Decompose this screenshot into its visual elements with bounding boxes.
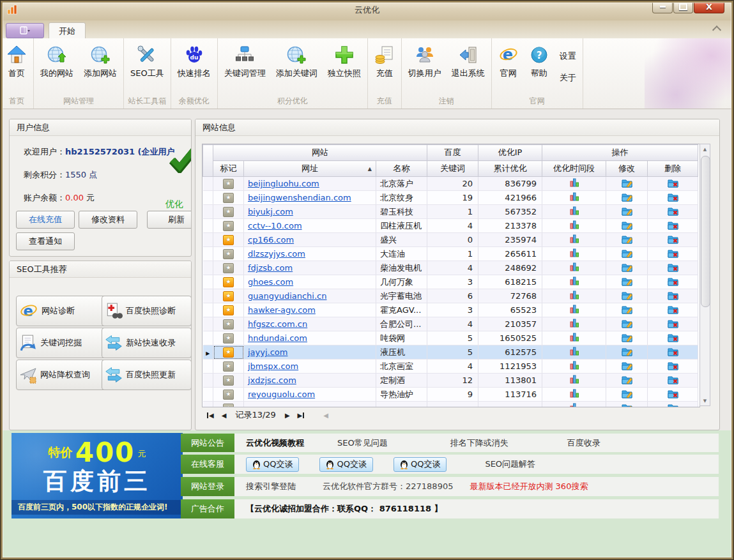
period-cell[interactable] xyxy=(542,191,606,205)
qq-chat-button[interactable]: QQ交谈 xyxy=(394,457,447,472)
delete-cell[interactable] xyxy=(648,402,698,408)
mark-cell[interactable]: ★ xyxy=(213,345,244,359)
edit-cell[interactable] xyxy=(606,331,648,345)
period-cell[interactable] xyxy=(542,219,606,233)
period-cell[interactable] xyxy=(542,388,606,402)
table-row[interactable]: ▶ ★ guangyudianchi.cn 光宇蓄电池 6 72768 xyxy=(203,289,698,303)
period-cell[interactable] xyxy=(542,177,606,191)
seo-tools-button[interactable]: SEO工具 xyxy=(125,39,169,95)
mark-cell[interactable]: ★ xyxy=(213,233,244,247)
baidu-snapshot-update-button[interactable]: 百度快照更新 xyxy=(102,359,192,390)
period-cell[interactable] xyxy=(542,345,606,359)
site-url-link[interactable]: ghoes.com xyxy=(248,277,293,287)
about-button[interactable]: 关于 xyxy=(560,72,576,84)
app-menu-button[interactable] xyxy=(6,23,44,38)
delete-cell[interactable] xyxy=(648,359,698,374)
delete-cell[interactable] xyxy=(648,331,698,345)
table-row[interactable]: ▶ ★ biyukj.com 碧玉科技 1 567352 xyxy=(203,205,698,219)
keyword-manage-button[interactable]: 关键词管理 xyxy=(219,39,271,95)
site-url-link[interactable]: fdjzsb.com xyxy=(248,263,293,273)
column-delete[interactable]: 删除 xyxy=(648,161,698,177)
period-cell[interactable] xyxy=(542,402,606,408)
edit-cell[interactable] xyxy=(606,191,648,205)
announcement-link[interactable]: 云优化视频教程 xyxy=(246,437,304,449)
site-url-link[interactable]: dlzszyjys.com xyxy=(248,249,305,259)
site-url-link[interactable]: guangyudianchi.cn xyxy=(248,291,326,301)
scroll-down-icon[interactable]: ▼ xyxy=(700,396,710,405)
delete-cell[interactable] xyxy=(648,275,698,289)
edit-cell[interactable] xyxy=(606,177,648,191)
edit-cell[interactable] xyxy=(606,345,648,359)
edit-cell[interactable] xyxy=(606,317,648,331)
period-cell[interactable] xyxy=(542,247,606,261)
edit-cell[interactable] xyxy=(606,374,648,388)
edit-cell[interactable] xyxy=(606,219,648,233)
view-notice-button[interactable]: 查看通知 xyxy=(16,232,75,250)
delete-cell[interactable] xyxy=(648,388,698,402)
mark-cell[interactable]: ★ xyxy=(213,374,244,388)
table-row[interactable]: ▶ ★ cctv--10.com 四柱液压机 4 213378 xyxy=(203,219,698,233)
site-url-link[interactable]: jbmspx.com xyxy=(248,361,298,371)
hscroll-left-icon[interactable]: ◀ xyxy=(323,412,328,419)
mark-cell[interactable]: ★ xyxy=(213,205,244,219)
seo-qa-link[interactable]: SEO问题解答 xyxy=(485,458,535,470)
table-row[interactable]: ▶ ★ jbmspx.com 北京画室 4 1121953 xyxy=(203,359,698,374)
site-diagnose-button[interactable]: e 网站诊断 xyxy=(16,296,106,326)
edit-cell[interactable] xyxy=(606,261,648,275)
mark-cell[interactable]: ★ xyxy=(213,191,244,205)
site-url-link[interactable]: beijingluohu.com xyxy=(248,179,319,188)
new-site-index-button[interactable]: 新站快速收录 xyxy=(102,328,192,358)
table-row[interactable]: ▶ ★ hndundai.com 吨袋网 5 1650525 xyxy=(203,331,698,345)
mark-cell[interactable]: ★ xyxy=(213,359,244,374)
period-cell[interactable] xyxy=(542,303,606,317)
scroll-up-icon[interactable]: ▲ xyxy=(700,144,710,154)
delete-cell[interactable] xyxy=(648,219,698,233)
ad-banner[interactable]: 特价 400 元 百度前三 百度前三页内，500以下指数的正规企业词! QQ:7… xyxy=(11,433,183,518)
switch-user-button[interactable]: 切换用户 xyxy=(403,39,447,95)
refresh-button[interactable]: 刷新 xyxy=(147,211,192,229)
table-row[interactable]: ▶ ★ ghoes.com 几何万象 3 618215 xyxy=(203,275,698,289)
table-row[interactable]: ▶ ★ fdjzsb.com 柴油发电机 4 248692 xyxy=(203,261,698,275)
keyword-mining-button[interactable]: 关键词挖掘 xyxy=(16,328,106,358)
help-button[interactable]: ? 帮助 xyxy=(524,39,554,95)
add-keyword-button[interactable]: 添加关键词 xyxy=(271,39,323,95)
mark-cell[interactable]: ★ xyxy=(213,388,244,402)
baidu-snapshot-diagnose-button[interactable]: 百度快照诊断 xyxy=(102,296,192,326)
announcement-link[interactable]: 排名下降或消失 xyxy=(450,437,508,449)
table-row[interactable]: ▶ ★ dlzszyjys.com 大连油 1 265611 xyxy=(203,247,698,261)
table-row[interactable]: ▶ ★ ... xyxy=(203,402,698,408)
mark-cell[interactable]: ★ xyxy=(213,219,244,233)
home-button[interactable]: 首页 xyxy=(1,39,32,95)
period-cell[interactable] xyxy=(542,205,606,219)
delete-cell[interactable] xyxy=(648,233,698,247)
exit-system-button[interactable]: 退出系统 xyxy=(447,39,490,95)
mark-cell[interactable]: ★ xyxy=(213,331,244,345)
period-cell[interactable] xyxy=(542,233,606,247)
delete-cell[interactable] xyxy=(648,247,698,261)
table-row[interactable]: ▶ ★ hawker-agv.com 霍克AGV... 3 65523 xyxy=(203,303,698,317)
mark-cell[interactable]: ★ xyxy=(213,289,244,303)
qq-chat-button[interactable]: QQ交谈 xyxy=(319,457,372,472)
last-page-button[interactable]: ▶ xyxy=(298,412,305,419)
delete-cell[interactable] xyxy=(648,289,698,303)
period-cell[interactable] xyxy=(542,261,606,275)
delete-cell[interactable] xyxy=(648,191,698,205)
period-cell[interactable] xyxy=(542,317,606,331)
tab-start[interactable]: 开始 xyxy=(49,22,86,39)
delete-cell[interactable] xyxy=(648,317,698,331)
site-url-link[interactable]: cctv--10.com xyxy=(248,221,302,231)
column-url[interactable]: 网址▲ xyxy=(244,161,376,177)
period-cell[interactable] xyxy=(542,331,606,345)
official-site-button[interactable]: e 官网 xyxy=(493,39,524,95)
delete-cell[interactable] xyxy=(648,345,698,359)
qq-chat-button[interactable]: QQ交谈 xyxy=(246,457,299,472)
delete-cell[interactable] xyxy=(648,261,698,275)
edit-cell[interactable] xyxy=(606,205,648,219)
my-sites-button[interactable]: 我的网站 xyxy=(35,39,79,95)
edit-cell[interactable] xyxy=(606,359,648,374)
edit-profile-button[interactable]: 修改资料 xyxy=(79,211,137,229)
table-row[interactable]: ▶ ★ beijingwenshendian.com 北京纹身 19 42196… xyxy=(203,191,698,205)
edit-cell[interactable] xyxy=(606,289,648,303)
mark-cell[interactable]: ★ xyxy=(213,261,244,275)
next-page-button[interactable]: ▶ xyxy=(285,412,290,419)
